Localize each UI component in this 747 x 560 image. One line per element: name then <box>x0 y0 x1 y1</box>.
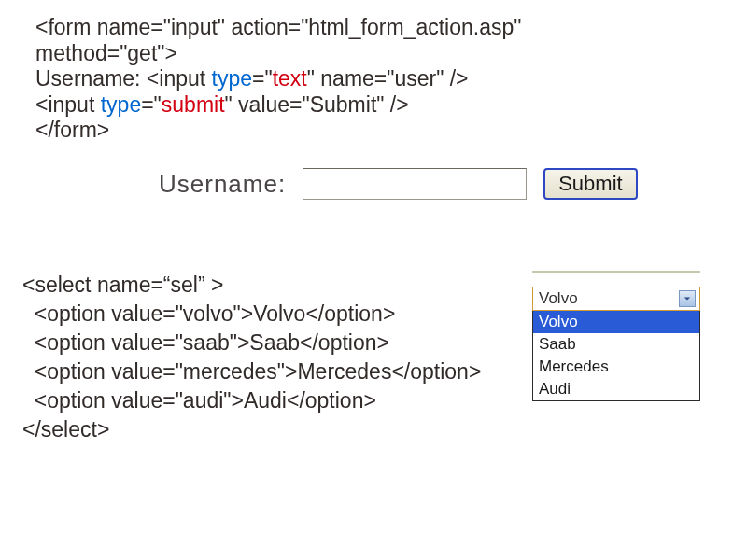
code-line: <select name=“sel” > <box>22 271 481 300</box>
select-option-audi[interactable]: Audi <box>533 378 699 400</box>
code-line: method="get"> <box>35 41 521 67</box>
form-code-snippet: <form name="input" action="html_form_act… <box>35 15 521 144</box>
select-options-list: Volvo Saab Mercedes Audi <box>532 311 700 401</box>
code-keyword: type <box>101 92 141 117</box>
code-line: Username: <input type="text" name="user"… <box>35 66 521 92</box>
username-label: Username: <box>159 170 286 199</box>
code-text: Username: <input <box>35 66 212 91</box>
select-option-mercedes[interactable]: Mercedes <box>533 356 699 378</box>
select-value: Volvo <box>539 289 578 308</box>
submit-button[interactable]: Submit <box>543 168 637 200</box>
chevron-down-icon <box>679 290 696 307</box>
code-line: <form name="input" action="html_form_act… <box>35 15 521 41</box>
code-text: " name="user" /> <box>307 66 469 91</box>
code-value: submit <box>162 92 225 117</box>
code-line: <option value="mercedes">Mercedes</optio… <box>22 357 481 386</box>
code-line: <option value="volvo">Volvo</option> <box>22 300 481 329</box>
select-option-volvo[interactable]: Volvo <box>533 311 699 333</box>
code-line: <option value="audi">Audi</option> <box>22 386 481 415</box>
code-value: text <box>273 66 307 91</box>
rendered-select: Volvo Volvo Saab Mercedes Audi <box>532 271 700 401</box>
username-input[interactable] <box>303 168 527 200</box>
select-option-saab[interactable]: Saab <box>533 333 699 356</box>
code-text: =" <box>252 66 273 91</box>
divider <box>532 271 700 273</box>
code-text: <input <box>35 92 101 117</box>
select-code-snippet: <select name=“sel” > <option value="volv… <box>22 271 481 444</box>
code-keyword: type <box>212 66 252 91</box>
code-line: </form> <box>35 118 521 144</box>
code-text: " value="Submit" /> <box>225 92 409 117</box>
code-text: =" <box>141 92 162 117</box>
code-line: <input type="submit" value="Submit" /> <box>35 92 521 119</box>
code-line: <option value="saab">Saab</option> <box>22 329 481 357</box>
code-line: </select> <box>22 415 481 444</box>
select-box[interactable]: Volvo <box>532 287 700 311</box>
rendered-form: Username: Submit <box>159 168 638 200</box>
